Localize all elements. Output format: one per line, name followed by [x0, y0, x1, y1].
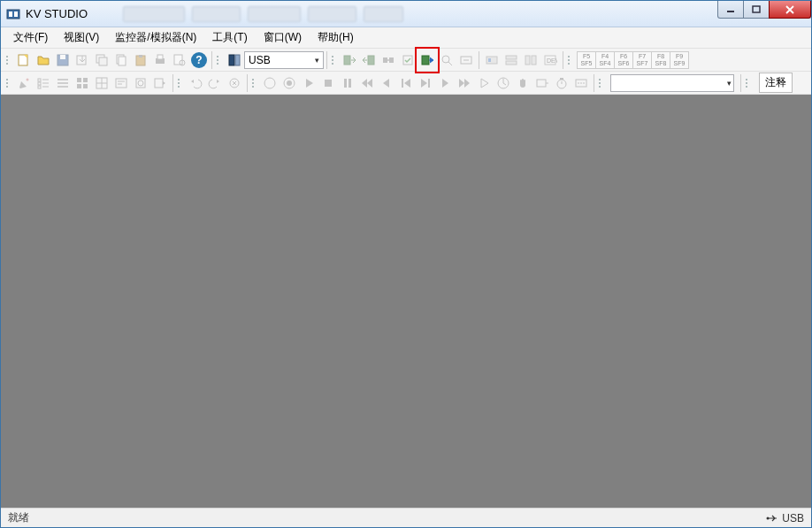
- help-icon: ?: [191, 52, 207, 68]
- fkey-f4[interactable]: F4SF4: [595, 51, 615, 69]
- toolbar-separator: [326, 51, 327, 69]
- paste-button[interactable]: [131, 50, 150, 70]
- toolbar-grip[interactable]: [568, 51, 573, 69]
- print-button[interactable]: [150, 50, 170, 70]
- play-button[interactable]: [299, 73, 318, 93]
- device-set-button[interactable]: [532, 73, 552, 93]
- pause-button[interactable]: [338, 73, 357, 93]
- maximize-button[interactable]: [743, 1, 770, 19]
- counter-button[interactable]: [571, 73, 591, 93]
- run-start-button[interactable]: [260, 73, 280, 93]
- monitor-transfer-button[interactable]: [417, 50, 437, 70]
- print-preview-button[interactable]: [170, 50, 189, 70]
- toolbar-grip[interactable]: [332, 51, 337, 69]
- blur-tab: [308, 6, 356, 22]
- annotation-dropdown[interactable]: 注释: [759, 73, 793, 93]
- transfer-write-button[interactable]: [359, 50, 379, 70]
- cross-ref-button[interactable]: [131, 73, 150, 93]
- copy-button[interactable]: [111, 50, 131, 70]
- menu-window[interactable]: 窗口(W): [257, 27, 309, 48]
- svg-rect-62: [402, 79, 403, 88]
- fkey-f6[interactable]: F6SF6: [614, 51, 633, 69]
- svg-marker-63: [404, 79, 410, 88]
- fkey-f5[interactable]: F5SF5: [577, 51, 596, 69]
- toolbar-grip[interactable]: [217, 51, 222, 69]
- open-button[interactable]: [34, 50, 53, 70]
- step-back-button[interactable]: [377, 73, 396, 93]
- record-button[interactable]: [280, 73, 299, 93]
- play-outline-button[interactable]: [474, 73, 494, 93]
- new-project-button[interactable]: [14, 50, 34, 70]
- help-button[interactable]: ?: [189, 50, 209, 70]
- close-button[interactable]: [769, 1, 811, 19]
- skip-forward-button[interactable]: [416, 73, 435, 93]
- toolbar-grip[interactable]: [178, 74, 183, 92]
- svg-rect-1: [9, 11, 12, 17]
- convert-button[interactable]: [225, 73, 244, 93]
- toolbar-separator: [247, 74, 248, 92]
- replace-button[interactable]: [456, 50, 476, 70]
- toolbar-grip[interactable]: [6, 51, 11, 69]
- toolbar-grip[interactable]: [252, 74, 257, 92]
- svg-rect-50: [155, 79, 163, 88]
- menu-file[interactable]: 文件(F): [6, 27, 55, 48]
- toolbar-grip[interactable]: [746, 74, 751, 92]
- batch-monitor-button[interactable]: [502, 50, 521, 70]
- used-device-button[interactable]: [150, 73, 170, 93]
- connection-select-wrap: [244, 51, 324, 69]
- toolbar-separator: [740, 74, 741, 92]
- svg-point-28: [442, 56, 449, 63]
- undo-button[interactable]: [186, 73, 205, 93]
- redo-button[interactable]: [205, 73, 225, 93]
- svg-rect-39: [38, 79, 41, 81]
- list-view-button[interactable]: [53, 73, 73, 93]
- timer-button[interactable]: [552, 73, 571, 93]
- skip-back-button[interactable]: [396, 73, 416, 93]
- edit-mode-button[interactable]: [14, 73, 34, 93]
- device-monitor-button[interactable]: [482, 50, 502, 70]
- mnemonic-button[interactable]: [111, 73, 131, 93]
- step-forward-button[interactable]: [435, 73, 455, 93]
- search-button[interactable]: [437, 50, 456, 70]
- hand-button[interactable]: [513, 73, 532, 93]
- svg-rect-30: [486, 57, 497, 64]
- checkbox-list-button[interactable]: [34, 73, 53, 93]
- forward-button[interactable]: [455, 73, 474, 93]
- grid-view-button[interactable]: [73, 73, 92, 93]
- export-button[interactable]: [73, 50, 92, 70]
- blur-tab: [248, 6, 301, 22]
- transfer-read-button[interactable]: [340, 50, 359, 70]
- scan-button[interactable]: [494, 73, 513, 93]
- register-monitor-button[interactable]: [521, 50, 540, 70]
- svg-rect-17: [157, 55, 163, 59]
- svg-rect-27: [422, 56, 429, 65]
- verify-button[interactable]: [398, 50, 417, 70]
- stop-button[interactable]: [318, 73, 338, 93]
- menu-help[interactable]: 帮助(H): [310, 27, 361, 48]
- fkey-f9[interactable]: F9SF9: [670, 51, 689, 69]
- toolbar-grip[interactable]: [6, 74, 11, 92]
- plc-unit-button[interactable]: [225, 50, 244, 70]
- connection-select[interactable]: [244, 51, 324, 69]
- toolbar-grip[interactable]: [599, 74, 604, 92]
- menu-monitor[interactable]: 监控器/模拟器(N): [108, 27, 203, 48]
- ladder-view-button[interactable]: [92, 73, 111, 93]
- connect-button[interactable]: [379, 50, 398, 70]
- svg-rect-21: [235, 55, 240, 65]
- menu-view[interactable]: 视图(V): [57, 27, 106, 48]
- fkey-f7[interactable]: F7SF7: [632, 51, 652, 69]
- trace-button[interactable]: DEV: [540, 50, 560, 70]
- svg-marker-68: [464, 79, 470, 88]
- minimize-button[interactable]: [717, 1, 744, 19]
- fkey-f8[interactable]: F8SF8: [651, 51, 670, 69]
- svg-rect-2: [14, 11, 18, 17]
- menu-tool[interactable]: 工具(T): [205, 27, 254, 48]
- cut-button[interactable]: [92, 50, 111, 70]
- device-combo[interactable]: ▾: [610, 74, 734, 92]
- toolbar-2: ▾ 注释: [1, 72, 811, 95]
- svg-rect-11: [99, 57, 107, 65]
- rewind-button[interactable]: [357, 73, 377, 93]
- svg-rect-71: [537, 80, 546, 87]
- save-button[interactable]: [53, 50, 73, 70]
- toolbar-separator: [172, 74, 173, 92]
